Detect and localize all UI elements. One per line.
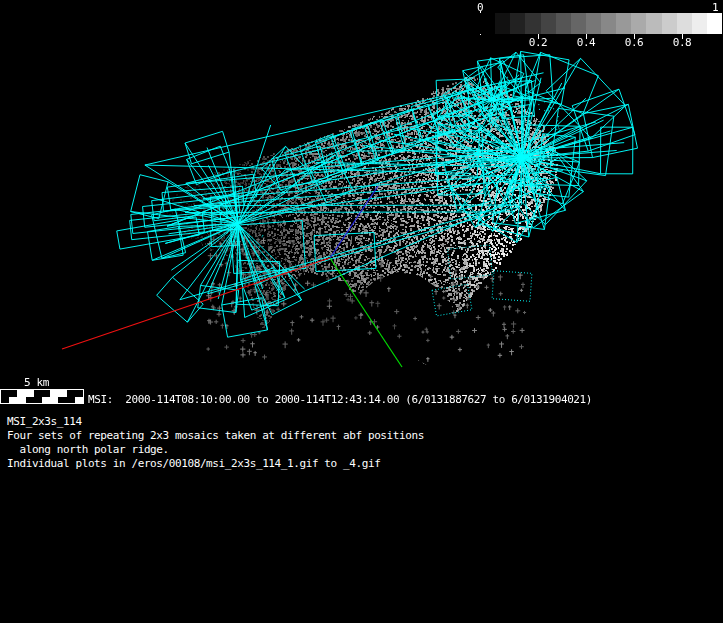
colorbar-segment	[616, 13, 631, 34]
status-line: MSI: 2000-114T08:10:00.00 to 2000-114T12…	[88, 393, 592, 406]
colorbar-tick-label: 0.8	[669, 36, 695, 49]
colorbar-segment	[692, 13, 707, 34]
colorbar-segment	[707, 13, 722, 34]
shape-model-view	[0, 0, 723, 412]
colorbar-segment	[646, 13, 661, 34]
caption-block: MSI_2x3s_114 Four sets of repeating 2x3 …	[7, 415, 424, 471]
caption-title: MSI_2x3s_114	[7, 415, 424, 429]
colorbar-segment	[601, 13, 616, 34]
colorbar-segment	[677, 13, 692, 34]
colorbar-segment	[631, 13, 646, 34]
colorbar-segment	[495, 13, 510, 34]
colorbar-segment	[480, 13, 495, 34]
colorbar-segment	[586, 13, 601, 34]
scale-bar-label: 5 km	[24, 376, 49, 389]
caption-line-1: Four sets of repeating 2x3 mosaics taken…	[7, 429, 424, 443]
colorbar-segment	[525, 13, 540, 34]
colorbar-segment	[571, 13, 586, 34]
colorbar-segment	[556, 13, 571, 34]
scale-bar-checker	[0, 389, 84, 404]
caption-line-3: Individual plots in /eros/00108/msi_2x3s…	[7, 457, 424, 471]
colorbar-tick-label: 0.4	[573, 36, 599, 49]
colorbar-gradient	[480, 13, 722, 34]
colorbar-segment	[510, 13, 525, 34]
colorbar-tick-label: 0.6	[621, 36, 647, 49]
colorbar-segment	[541, 13, 556, 34]
scale-bar-checker-bottom	[1, 397, 83, 404]
plot-window: 0 1 0.20.40.60.8 5 km MSI: 2000-114T08:1…	[0, 0, 723, 623]
colorbar-tick-label: 0.2	[525, 36, 551, 49]
caption-line-2: along north polar ridge.	[7, 443, 424, 457]
colorbar-segment	[662, 13, 677, 34]
